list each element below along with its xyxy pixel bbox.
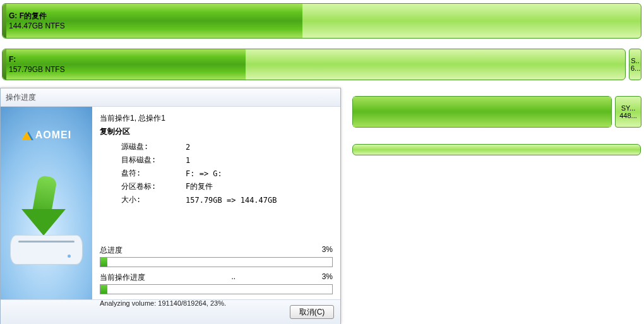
partition-mini-line1: S.. — [631, 57, 640, 64]
watermark: 值 什么值得买 — [576, 305, 639, 320]
detail-value: 2 — [186, 141, 277, 153]
detail-value: 157.79GB => 144.47GB — [186, 194, 277, 206]
partition-bar-bg1[interactable] — [352, 96, 612, 128]
detail-value: 1 — [186, 154, 277, 166]
partition-bar-f[interactable]: F: 157.79GB NTFS — [2, 49, 626, 80]
current-progress-fill — [100, 285, 107, 294]
current-progress-dots: .. — [231, 272, 236, 283]
total-progress-bar — [100, 257, 333, 267]
partition-title: F: — [9, 54, 625, 64]
operation-counter: 当前操作1, 总操作1 — [100, 113, 333, 124]
brand-label: AOMEI — [1, 129, 92, 141]
detail-label: 盘符: — [121, 167, 184, 179]
dialog-title: 操作进度 — [1, 88, 340, 107]
brand-text: AOMEI — [35, 129, 71, 140]
operation-details-table: 源磁盘:2 目标磁盘:1 盘符:F: => G: 分区卷标:F的复件 大小:15… — [100, 140, 278, 207]
total-progress-fill — [100, 258, 107, 267]
detail-label: 分区卷标: — [121, 181, 184, 193]
current-progress-bar — [100, 284, 333, 294]
partition-mini-line1: SY... — [617, 104, 640, 112]
partition-title: G: F的复件 — [9, 11, 641, 21]
detail-label: 目标磁盘: — [121, 154, 184, 166]
watermark-text: 什么值得买 — [595, 307, 639, 318]
partition-mini-line2: 6... — [631, 64, 640, 72]
partition-mini-line2: 448... — [617, 112, 640, 119]
current-progress-pct: 3% — [322, 272, 333, 283]
partition-bar-sy[interactable]: SY... 448... — [615, 96, 641, 128]
detail-value: F的复件 — [186, 181, 277, 193]
partition-bar-g[interactable]: G: F的复件 144.47GB NTFS — [2, 3, 641, 39]
detail-label: 源磁盘: — [121, 141, 184, 153]
total-progress-label: 总进度 — [100, 245, 122, 256]
total-progress-pct: 3% — [322, 245, 333, 256]
drive-icon — [10, 230, 83, 265]
progress-dialog: 操作进度 AOMEI 当前操作1, 总操作1 复制分区 源磁盘:2 目标磁盘:1 — [0, 88, 341, 324]
partition-info: 157.79GB NTFS — [9, 64, 625, 75]
partition-bar-s[interactable]: S.. 6... — [629, 49, 641, 80]
cancel-button[interactable]: 取消(C) — [290, 305, 334, 319]
detail-label: 大小: — [121, 194, 184, 206]
dialog-main: 当前操作1, 总操作1 复制分区 源磁盘:2 目标磁盘:1 盘符:F: => G… — [92, 107, 340, 299]
current-progress-label: 当前操作进度 — [100, 272, 145, 283]
detail-value: F: => G: — [186, 167, 277, 179]
aomei-logo-icon — [21, 131, 32, 140]
partition-info: 144.47GB NTFS — [9, 21, 641, 31]
partition-fill — [353, 97, 611, 127]
watermark-icon: 值 — [576, 305, 591, 320]
dialog-sidebar: AOMEI — [1, 107, 92, 299]
operation-title: 复制分区 — [100, 126, 333, 137]
partition-bar-bg2[interactable] — [352, 144, 641, 155]
